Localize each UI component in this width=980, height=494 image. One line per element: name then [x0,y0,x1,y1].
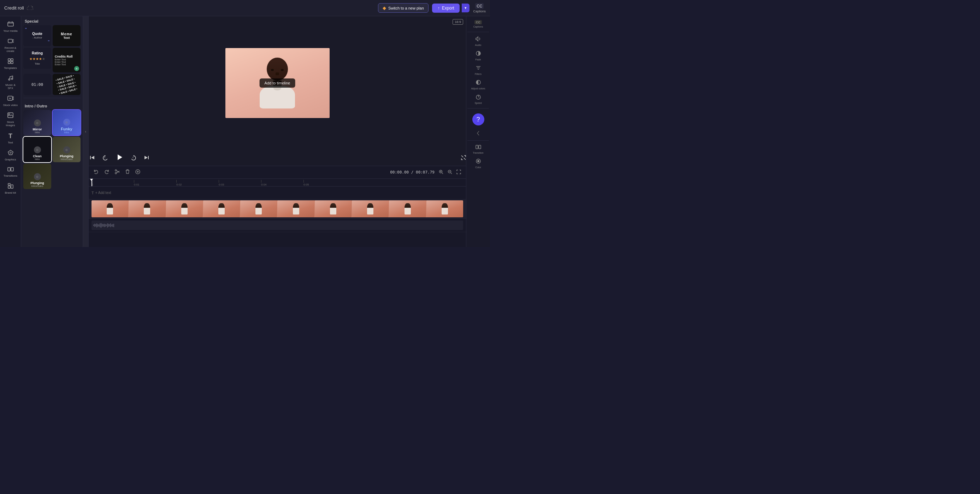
text-icon: T [8,132,13,140]
card-credits-roll[interactable]: Credits Roll Enter Text Enter Text Enter… [52,48,81,72]
adjust-colors-button[interactable]: Adjust colors [468,78,488,91]
card-quote-author[interactable]: " Quote - Author " [23,25,51,46]
transition-right-button[interactable]: Transition [468,143,488,156]
export-arrow-icon: ↑ [438,6,440,11]
play-button[interactable] [115,153,124,164]
svg-text:5: 5 [104,156,105,159]
card-plunging-intro-outro[interactable]: ⊙ Plunging Intro/Outro [52,137,81,162]
timeline-ruler: 0 0:01 0:02 0:03 0:04 [89,179,466,186]
sidebar-item-stock-video[interactable]: Stock video [2,93,20,109]
sidebar-label-stock-images: Stock images [3,121,18,127]
captions-right-button[interactable]: CC Captions [468,18,488,30]
text-track-icon: T [92,191,94,195]
svg-rect-26 [148,156,149,159]
panel-collapse-button[interactable]: ‹ [83,16,89,247]
card-timer[interactable]: 01:00 [23,74,51,95]
export-chevron-button[interactable]: ▾ [462,3,469,12]
right-separator-3 [468,140,488,141]
video-thumb-1 [92,200,128,217]
delete-button[interactable] [124,168,131,176]
ruler-mark-3: 0:03 [219,180,261,186]
graphics-icon [8,150,13,157]
card-mirror-intro[interactable]: ⊙ Mirror Intro [23,110,51,135]
card-clean-intro[interactable]: ⊙ Clean Intro [23,137,51,162]
skip-forward-button[interactable] [143,154,150,162]
undo-button[interactable] [92,168,100,176]
svg-rect-7 [8,62,10,64]
playhead[interactable] [92,179,92,186]
add-to-timeline-button[interactable] [134,168,142,176]
svg-rect-36 [476,145,478,149]
speed-right-button[interactable]: Speed [468,92,488,106]
main-layout: Your media Record & create Templates [0,16,490,247]
rewind-button[interactable]: 5 [102,154,109,163]
card-meme-text[interactable]: Meme Text [52,25,81,46]
svg-rect-2 [8,22,10,22]
speed-right-icon [476,94,481,101]
scissors-button[interactable] [113,168,121,176]
sidebar-item-brand-kit[interactable]: Brand kit [2,181,20,196]
left-sidebar: Your media Record & create Templates [0,16,21,247]
fade-right-button[interactable]: Fade [468,49,488,62]
svg-rect-3 [12,22,13,22]
svg-rect-16 [8,167,10,171]
stock-video-icon [8,96,14,102]
export-button[interactable]: ↑ Export [432,3,460,13]
switch-plan-button[interactable]: ◆ Switch to a new plan [378,3,428,13]
forward-button[interactable]: 5 [130,154,137,163]
add-to-timeline-popup[interactable]: Add to timeline [260,78,295,88]
zoom-in-button[interactable] [438,169,445,176]
card-funky-intro[interactable]: ⊙ Funky Intro [52,110,81,135]
color-right-label: Color [475,166,481,169]
ruler-mark-2: 0:02 [176,180,219,186]
funky-icon: ⊙ [63,119,70,126]
add-text-button[interactable]: + Add text [95,191,111,195]
skip-back-button[interactable] [89,154,96,162]
video-strip[interactable] [92,200,463,217]
expand-button[interactable] [461,155,466,161]
music-sfx-icon [8,75,13,82]
sidebar-item-templates[interactable]: Templates [2,56,20,72]
fit-to-screen-button[interactable] [455,169,463,176]
credit-roll-title: Credit roll [4,5,24,11]
card-sale[interactable]: • SALE • SALE •• SALE • SALE •• SALE • S… [52,74,81,95]
audio-right-button[interactable]: Audio [468,34,488,48]
svg-rect-21 [90,156,91,159]
zoom-out-button[interactable] [446,169,453,176]
filters-right-button[interactable]: Filters [468,63,488,77]
funky-sublabel: Intro [64,131,69,134]
video-thumb-2 [129,200,165,217]
template-panel: Special " Quote - Author " Meme Text [21,16,83,247]
svg-point-29 [115,172,116,174]
sidebar-item-graphics[interactable]: Graphics [2,148,20,163]
right-sidebar-collapse-button[interactable] [476,129,481,138]
cloud-icon [27,5,33,11]
sidebar-item-text[interactable]: T Text [2,131,20,146]
svg-rect-8 [11,62,13,64]
svg-text:5: 5 [132,156,134,159]
card-rating-title[interactable]: Rating ★★★★★ Title [23,48,51,69]
right-sidebar: CC Captions Audio Fade [466,16,490,247]
intro-cards-grid: ⊙ Mirror Intro ⊙ Funky Intro ⊙ Clean Int… [21,110,83,189]
collapse-chevron-icon: ‹ [85,130,86,134]
card-plunging2-intro-outro[interactable]: ⊙ Plunging Intro/Outro [23,164,51,189]
sidebar-item-music-sfx[interactable]: Music & SFX [2,73,20,92]
svg-rect-6 [11,59,13,61]
sidebar-item-record-create[interactable]: Record & create [2,36,20,55]
video-thumb-3 [166,200,203,217]
help-button[interactable]: ? [473,113,484,126]
sidebar-item-your-media[interactable]: Your media [2,19,20,35]
transition-right-icon [476,145,481,151]
sidebar-item-transitions[interactable]: Transitions [2,165,20,180]
credits-add-badge[interactable]: + [74,66,79,71]
diamond-icon: ◆ [383,5,386,11]
audio-track: ♪ + Add audio [89,219,466,232]
captions-button[interactable]: CC Captions [473,3,486,13]
sidebar-item-stock-images[interactable]: Stock images [2,110,20,129]
redo-button[interactable] [103,168,111,176]
sidebar-label-transitions: Transitions [3,174,18,177]
svg-point-28 [115,170,116,171]
color-right-button[interactable]: Color [468,156,488,171]
plunging-sublabel: Intro/Outro [61,158,72,161]
video-track [89,199,466,219]
